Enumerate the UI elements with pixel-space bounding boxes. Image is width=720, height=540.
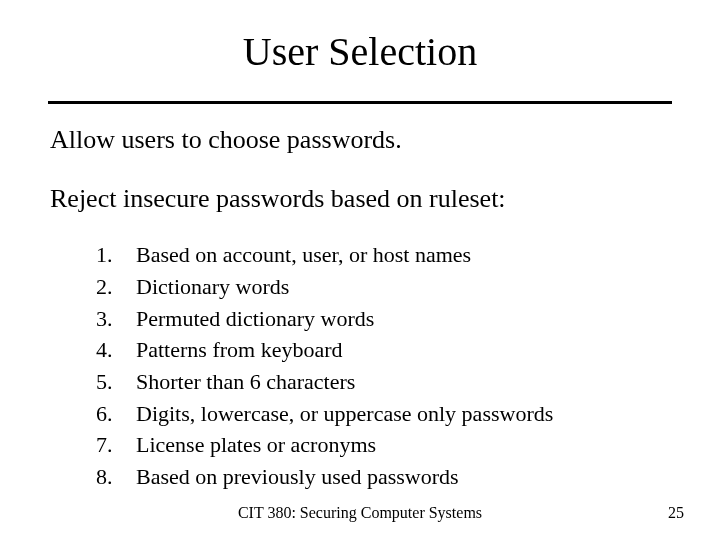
page-number: 25 [668, 504, 684, 522]
list-number: 6. [96, 399, 136, 429]
list-item: 5. Shorter than 6 characters [96, 367, 670, 397]
list-text: Digits, lowercase, or uppercase only pas… [136, 399, 670, 429]
list-item: 1. Based on account, user, or host names [96, 240, 670, 270]
list-text: Based on previously used passwords [136, 462, 670, 492]
list-text: Dictionary words [136, 272, 670, 302]
slide: User Selection Allow users to choose pas… [0, 0, 720, 540]
list-number: 5. [96, 367, 136, 397]
list-number: 1. [96, 240, 136, 270]
list-item: 8. Based on previously used passwords [96, 462, 670, 492]
list-number: 3. [96, 304, 136, 334]
title-underline [48, 101, 672, 104]
list-item: 7. License plates or acronyms [96, 430, 670, 460]
footer: CIT 380: Securing Computer Systems [0, 504, 720, 522]
list-number: 4. [96, 335, 136, 365]
rules-list: 1. Based on account, user, or host names… [50, 240, 670, 492]
list-number: 8. [96, 462, 136, 492]
list-text: Permuted dictionary words [136, 304, 670, 334]
list-item: 6. Digits, lowercase, or uppercase only … [96, 399, 670, 429]
list-text: License plates or acronyms [136, 430, 670, 460]
list-item: 4. Patterns from keyboard [96, 335, 670, 365]
list-item: 2. Dictionary words [96, 272, 670, 302]
footer-course: CIT 380: Securing Computer Systems [238, 504, 482, 522]
list-item: 3. Permuted dictionary words [96, 304, 670, 334]
list-text: Shorter than 6 characters [136, 367, 670, 397]
list-text: Based on account, user, or host names [136, 240, 670, 270]
intro-paragraph-1: Allow users to choose passwords. [50, 122, 670, 157]
slide-title: User Selection [50, 28, 670, 85]
intro-paragraph-2: Reject insecure passwords based on rules… [50, 181, 670, 216]
list-text: Patterns from keyboard [136, 335, 670, 365]
list-number: 7. [96, 430, 136, 460]
list-number: 2. [96, 272, 136, 302]
